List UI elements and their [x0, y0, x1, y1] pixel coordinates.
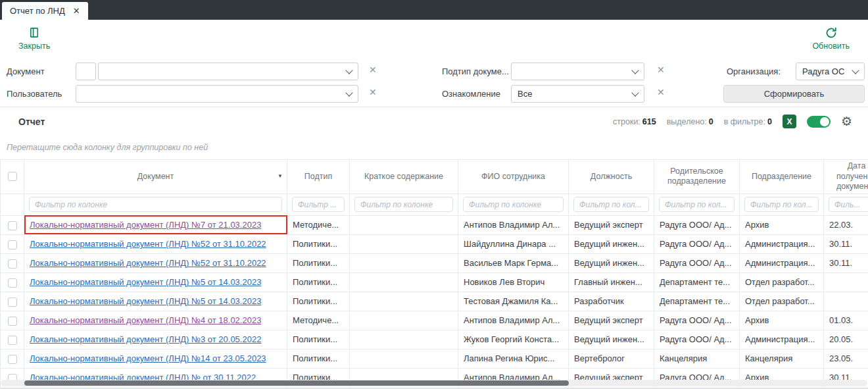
cell-parent_unit: Канцелярия [654, 349, 740, 368]
column-header-4[interactable]: ФИО сотрудника [458, 160, 569, 194]
document-select[interactable] [98, 63, 358, 80]
chevron-down-icon [345, 89, 352, 96]
tab-close-icon[interactable]: ✕ [73, 7, 80, 15]
document-link[interactable]: Локально-нормативный документ (ЛНД) №52 … [30, 239, 266, 249]
clear-user-filter-icon[interactable]: ✕ [369, 88, 377, 97]
cell-employee: Васильев Марк Герма... [458, 253, 569, 272]
row-checkbox-cell [1, 253, 24, 272]
column-header-1[interactable]: Документ▼ [24, 160, 287, 194]
scrollbar-thumb[interactable] [24, 380, 569, 386]
settings-gear-icon[interactable]: ⚙ [841, 115, 852, 128]
document-cell: Локально-нормативный документ (ЛНД) №5 о… [24, 292, 287, 311]
refresh-button[interactable]: Обновить [812, 26, 850, 51]
app-window: Отчет по ЛНД ✕ Закрыть Обновить Документ… [0, 0, 868, 389]
select-all-checkbox[interactable] [8, 172, 17, 181]
row-checkbox[interactable] [8, 336, 17, 345]
cell-received: 23.05. [824, 349, 868, 368]
column-filter-input[interactable] [29, 197, 282, 212]
cell-summary [350, 272, 458, 292]
cell-position: Ведущий эксперт [569, 311, 654, 330]
cell-summary [350, 349, 458, 368]
sort-desc-icon[interactable]: ▼ [277, 173, 283, 180]
row-checkbox[interactable] [8, 259, 17, 269]
column-filter-input[interactable] [354, 197, 453, 212]
column-header-7[interactable]: Подразделение [740, 160, 824, 194]
column-filter-cell [458, 194, 569, 215]
filter-panel: Документ ✕ Подтип докуме... ✕ Организаци… [0, 57, 868, 107]
document-cell: Локально-нормативный документ (ЛНД) №3 о… [24, 330, 287, 349]
document-link[interactable]: Локально-нормативный документ (ЛНД) №5 о… [30, 296, 261, 306]
column-filter-input[interactable] [573, 197, 649, 212]
column-filter-cell [740, 194, 824, 215]
document-link[interactable]: Локально-нормативный документ (ЛНД) №5 о… [30, 277, 261, 287]
column-header-5[interactable]: Должность [569, 160, 654, 194]
row-checkbox[interactable] [8, 317, 17, 326]
row-checkbox[interactable] [8, 355, 17, 364]
column-filter-cell [350, 194, 458, 215]
cell-unit: Канцелярия [740, 349, 824, 368]
column-label: Родительское подразделение [667, 167, 726, 186]
column-header-3[interactable]: Краткое содержание [350, 160, 458, 194]
clear-subtype-filter-icon[interactable]: ✕ [657, 65, 665, 74]
cell-received: 20.05. [824, 330, 868, 349]
column-label: Краткое содержание [364, 172, 443, 181]
row-checkbox[interactable] [8, 240, 17, 249]
cell-summary [350, 311, 458, 330]
document-number-input[interactable] [76, 63, 96, 80]
organization-label: Организация: [727, 66, 781, 76]
tab-report-lnd[interactable]: Отчет по ЛНД ✕ [2, 2, 88, 20]
refresh-button-label: Обновить [812, 41, 850, 51]
cell-employee: Тестовая Джамиля Ка... [458, 292, 569, 311]
clear-document-filter-icon[interactable]: ✕ [369, 65, 377, 74]
refresh-icon [825, 26, 838, 39]
cell-employee: Антипов Владимир Ал... [458, 311, 569, 330]
table-row: Локально-нормативный документ (ЛНД) №5 о… [1, 292, 868, 311]
column-filter-input[interactable] [829, 197, 868, 212]
document-link[interactable]: Локально-нормативный документ (ЛНД) №14 … [30, 353, 266, 363]
cell-position: Ведущий инжен... [569, 253, 654, 272]
column-filter-input[interactable] [659, 197, 735, 212]
report-grid: Документ▼ПодтипКраткое содержаниеФИО сот… [0, 159, 868, 388]
document-link[interactable]: Локально-нормативный документ (ЛНД) №4 о… [30, 315, 261, 325]
toggle-knob [820, 117, 829, 126]
cell-employee: Жуков Георгий Конста... [458, 330, 569, 349]
excel-export-button[interactable]: X [783, 115, 796, 128]
column-header-2[interactable]: Подтип [287, 160, 350, 194]
cell-unit: Администрация... [740, 330, 824, 349]
user-select[interactable] [76, 85, 358, 103]
cell-subtype: Политики... [287, 292, 350, 311]
row-checkbox[interactable] [8, 278, 17, 288]
cell-parent_unit: Радуга ООО/ Ад... [654, 330, 740, 349]
cell-received [824, 292, 868, 311]
column-filter-input[interactable] [292, 197, 345, 212]
group-by-hint[interactable]: Перетащите сюда колонку для группировки … [0, 136, 868, 159]
filter-toggle[interactable] [807, 116, 831, 128]
row-checkbox[interactable] [8, 298, 17, 307]
tab-title: Отчет по ЛНД [10, 6, 65, 16]
horizontal-scrollbar[interactable] [1, 380, 867, 386]
column-header-6[interactable]: Родительское подразделение [654, 160, 740, 194]
toolbar: Закрыть Обновить [0, 20, 868, 57]
column-filter-input[interactable] [744, 197, 819, 212]
organization-select[interactable]: Радуга ОС [796, 63, 865, 80]
selected-count-value: 0 [709, 117, 713, 126]
generate-button[interactable]: Сформировать [723, 85, 865, 103]
cell-subtype: Политики... [287, 234, 350, 253]
subtype-select[interactable] [511, 63, 644, 80]
acquaintance-select[interactable]: Все [511, 85, 644, 103]
document-link[interactable]: Локально-нормативный документ (ЛНД) №7 о… [30, 220, 261, 230]
close-button[interactable]: Закрыть [18, 26, 50, 51]
cell-received: 22.03. [824, 215, 868, 234]
cell-position: Ведущий инжен... [569, 234, 654, 253]
row-checkbox[interactable] [8, 221, 17, 230]
cell-summary [350, 234, 458, 253]
column-header-8[interactable]: Дата получения документа [824, 160, 868, 194]
cell-employee: Новиков Лев Вторич [458, 272, 569, 292]
cell-parent_unit: Радуга ООО/ Ад... [654, 311, 740, 330]
clear-acquaintance-filter-icon[interactable]: ✕ [657, 88, 665, 97]
column-filter-input[interactable] [463, 197, 564, 212]
cell-position: Вертебролог [569, 349, 654, 368]
document-link[interactable]: Локально-нормативный документ (ЛНД) №3 о… [30, 334, 261, 344]
column-label: ФИО сотрудника [481, 172, 545, 181]
document-link[interactable]: Локально-нормативный документ (ЛНД) №52 … [30, 258, 266, 268]
